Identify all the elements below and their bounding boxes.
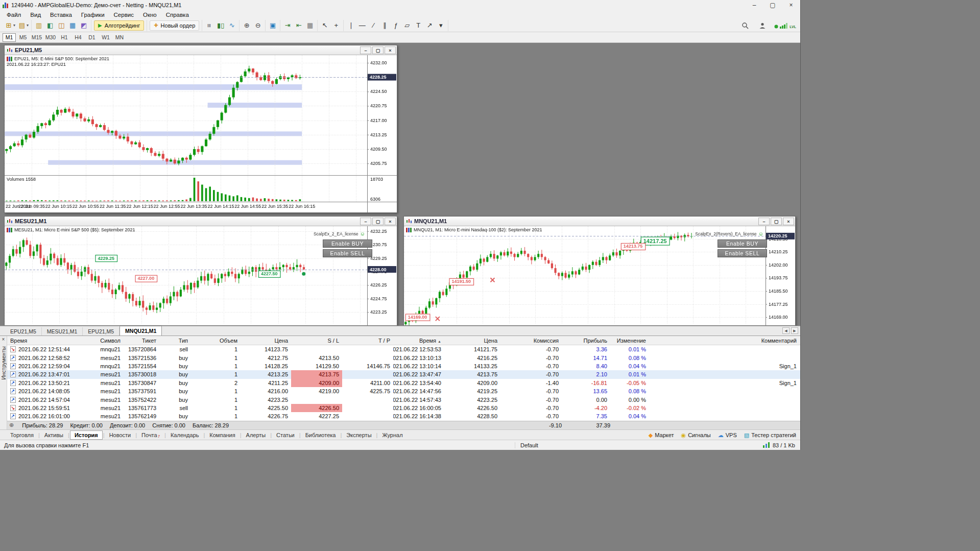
cursor-icon[interactable]: ↖: [320, 20, 330, 31]
trendline-icon[interactable]: ∕: [368, 20, 378, 31]
timeframe-m5[interactable]: M5: [16, 33, 30, 42]
history-column-header[interactable]: Время▲: [393, 338, 444, 344]
zoom-in-icon[interactable]: ⊕: [242, 20, 252, 31]
history-column-header[interactable]: Тип: [159, 338, 191, 344]
chart-minimize-button[interactable]: –: [758, 218, 770, 225]
toolbox-tab-торговля[interactable]: Торговля: [6, 431, 38, 439]
menu-справка[interactable]: Справка: [161, 11, 194, 18]
menu-сервис[interactable]: Сервис: [109, 11, 138, 18]
new-chart-icon-dropdown[interactable]: ▾: [13, 23, 15, 28]
history-table-row[interactable]: 2021.06.22 14:57:04mesu21135752422buy142…: [7, 395, 800, 403]
history-column-header[interactable]: Комментарий: [649, 338, 800, 344]
tabs-scroll-left-button[interactable]: ◀: [782, 327, 790, 334]
menu-вид[interactable]: Вид: [26, 11, 45, 18]
history-table-row[interactable]: 2021.06.22 15:59:51mesu21135761773sell14…: [7, 404, 800, 412]
connection-status[interactable]: LVL: [774, 23, 796, 29]
chart-tab-epu21-m5[interactable]: EPU21,M5: [83, 327, 119, 336]
chart-close-button[interactable]: ×: [385, 218, 396, 225]
history-column-header[interactable]: Комиссия: [500, 338, 562, 344]
toolbox-tab-история[interactable]: История: [70, 430, 103, 440]
toolbox-tab-активы[interactable]: Активы: [40, 431, 67, 439]
chart-window-titlebar[interactable]: MESU21,M1 – ▢ ×: [5, 217, 397, 226]
profiles-icon[interactable]: ▤: [17, 20, 27, 31]
vertical-line-icon[interactable]: ∣: [346, 20, 356, 31]
market-watch-icon[interactable]: ▥: [34, 20, 44, 31]
close-button[interactable]: ×: [782, 0, 800, 10]
history-column-header[interactable]: Цена: [444, 338, 500, 344]
expand-summary-icon[interactable]: ⊕: [9, 422, 14, 428]
history-table-row[interactable]: 2021.06.22 14:08:05mesu21135737591buy142…: [7, 387, 800, 395]
close-toolbox-button[interactable]: ×: [2, 337, 5, 342]
toolbox-tab-журнал[interactable]: Журнал: [378, 431, 407, 439]
candlestick-chart-icon[interactable]: ▮▯: [216, 20, 226, 31]
horizontal-line-icon[interactable]: ―: [357, 20, 367, 31]
history-column-header[interactable]: Объем: [191, 338, 241, 344]
tile-windows-icon[interactable]: ▣: [268, 20, 278, 31]
history-column-header[interactable]: Изменение: [610, 338, 649, 344]
shapes-icon[interactable]: ▱: [402, 20, 412, 31]
timeframe-d1[interactable]: D1: [85, 33, 99, 42]
restore-button[interactable]: ▢: [763, 0, 782, 10]
strategy-tester-button[interactable]: ▧Тестер стратегий: [744, 432, 796, 439]
fibonacci-icon[interactable]: ƒ: [391, 20, 401, 31]
enable-buy-button[interactable]: Enable BUY: [718, 239, 767, 248]
timeframe-h4[interactable]: H4: [71, 33, 85, 42]
history-column-header[interactable]: S / L: [291, 338, 342, 344]
history-column-header[interactable]: Прибыль: [562, 338, 610, 344]
new-chart-icon[interactable]: ⊞: [4, 20, 14, 31]
objects-more-icon[interactable]: ▾: [436, 20, 446, 31]
toolbox-tab-алерты[interactable]: Алерты: [242, 431, 270, 439]
enable-sell-button[interactable]: Enable SELL: [323, 249, 372, 257]
chart-tab-mnqu21-m1[interactable]: MNQU21,M1: [119, 326, 162, 336]
chart-minimize-button[interactable]: –: [360, 218, 371, 225]
history-table-row[interactable]: 2021.06.22 12:58:52mesu21135721536buy142…: [7, 353, 800, 362]
price-chart-canvas-epu21-m5[interactable]: [5, 55, 397, 212]
enable-sell-button[interactable]: Enable SELL: [718, 249, 767, 257]
market-button[interactable]: ◆Маркет: [649, 432, 674, 439]
toolbox-tab-библиотека[interactable]: Библиотека: [301, 431, 340, 439]
history-table-row[interactable]: 2021.06.22 16:01:00mesu21135762149buy142…: [7, 412, 800, 420]
titlebar[interactable]: 1249440 - AMPGlobalEU-Demo: Демо-счет - …: [0, 0, 800, 10]
minimize-button[interactable]: –: [745, 0, 763, 10]
timeframe-w1[interactable]: W1: [99, 33, 112, 42]
new-order-button[interactable]: ✚Новый ордер: [150, 20, 199, 31]
menu-окно[interactable]: Окно: [138, 11, 161, 18]
algo-trading-button[interactable]: ▶Алготрейдинг: [94, 20, 144, 31]
enable-buy-button[interactable]: Enable BUY: [323, 239, 372, 248]
chart-close-button[interactable]: ×: [385, 46, 396, 54]
history-column-header[interactable]: T / P: [342, 338, 393, 344]
chart-close-button[interactable]: ×: [783, 218, 794, 225]
tabs-scroll-right-button[interactable]: ▶: [791, 327, 798, 334]
chart-restore-button[interactable]: ▢: [372, 46, 384, 54]
strategy-tester-icon[interactable]: ◩: [79, 20, 89, 31]
history-table-row[interactable]: 2021.06.22 12:51:44mnqu21135720864sell11…: [7, 345, 800, 353]
line-chart-icon[interactable]: ∿: [227, 20, 237, 31]
crosshair-icon[interactable]: +: [331, 20, 341, 31]
timeframe-m15[interactable]: M15: [30, 33, 43, 42]
equidistant-channel-icon[interactable]: ∥: [379, 20, 390, 31]
history-table-row[interactable]: 2021.06.22 12:59:04mnqu21135721554buy114…: [7, 362, 800, 370]
chart-restore-button[interactable]: ▢: [771, 218, 782, 225]
chart-window-titlebar[interactable]: MNQU21,M1 – ▢ ×: [404, 217, 795, 226]
navigator-icon[interactable]: ◫: [56, 20, 66, 31]
menu-графики[interactable]: Графики: [77, 11, 109, 18]
toolbox-tab-компания[interactable]: Компания: [205, 431, 239, 439]
history-table-row[interactable]: 2021.06.22 13:47:01mesu21135730018buy142…: [7, 370, 800, 378]
arrows-icon[interactable]: ↗: [424, 20, 435, 31]
text-label-icon[interactable]: T: [413, 20, 423, 31]
timeframe-m1[interactable]: M1: [3, 33, 16, 42]
menu-вставка[interactable]: Вставка: [45, 11, 77, 18]
profiles-icon-dropdown[interactable]: ▾: [27, 23, 29, 28]
history-column-header[interactable]: Символ: [84, 338, 124, 344]
account-icon[interactable]: [757, 20, 768, 31]
search-icon[interactable]: [740, 20, 750, 31]
toolbox-tab-эксперты[interactable]: Эксперты: [342, 431, 375, 439]
chart-minimize-button[interactable]: –: [360, 46, 371, 54]
zoom-out-icon[interactable]: ⊖: [253, 20, 263, 31]
timeframe-m30[interactable]: M30: [44, 33, 57, 42]
status-profile[interactable]: Default: [515, 442, 538, 448]
menu-файл[interactable]: Файл: [2, 11, 26, 18]
timeframe-mn[interactable]: MN: [113, 33, 126, 42]
auto-scroll-icon[interactable]: ⇥: [282, 20, 293, 31]
toolbox-tab-статьи[interactable]: Статьи: [272, 431, 299, 439]
